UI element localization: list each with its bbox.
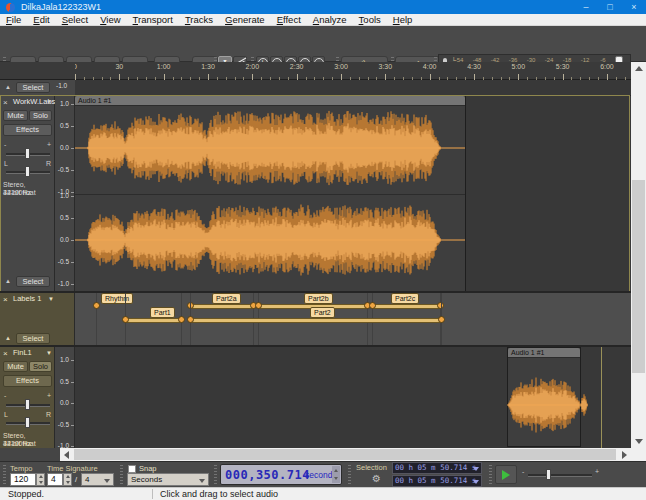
label-range-bar[interactable]	[125, 318, 181, 323]
minimize-button[interactable]: –	[574, 0, 598, 14]
labels-collapse-icon[interactable]: ▲	[5, 335, 11, 341]
menu-tools[interactable]: Tools	[353, 14, 387, 26]
label-text[interactable]: Part2	[310, 307, 335, 318]
timeline-tick-label: 4:30	[460, 63, 488, 70]
label-range-bar[interactable]	[190, 304, 253, 309]
snap-checkbox[interactable]	[128, 465, 136, 473]
label-text[interactable]: Rhythm	[101, 293, 133, 304]
selection-start-field[interactable]: 00 h 05 m 50.714 s	[392, 462, 482, 474]
labels-menu-icon[interactable]: ▼	[48, 296, 54, 302]
app-icon	[6, 3, 15, 12]
close-button[interactable]: ×	[622, 0, 646, 14]
scroll-down-button[interactable]	[631, 435, 646, 448]
scroll-right-button[interactable]	[618, 448, 631, 461]
time-signature-spinner[interactable]	[63, 473, 72, 486]
menu-view[interactable]: View	[94, 14, 126, 26]
snap-toolbar-grip[interactable]	[120, 465, 123, 485]
label-text[interactable]: Part2c	[391, 293, 419, 304]
track1-vertical-scale[interactable]	[55, 96, 75, 291]
menu-analyze[interactable]: Analyze	[307, 14, 353, 26]
track3-menu-icon[interactable]: ▼	[46, 350, 52, 356]
partial-track-select-button[interactable]: Select	[16, 82, 50, 93]
track1-solo-button[interactable]: Solo	[29, 110, 52, 121]
track3-gain-thumb[interactable]	[25, 399, 30, 410]
label-handle[interactable]	[122, 316, 129, 323]
labels-track-panel: × Labels 1 ▼ ▲ Select	[0, 293, 75, 345]
audio-position-value[interactable]: 000,350.714	[225, 468, 310, 482]
labels-close-icon[interactable]: ×	[3, 295, 8, 304]
vertical-scrollbar[interactable]	[631, 62, 646, 448]
label-handle[interactable]	[255, 302, 262, 309]
timeline-ruler[interactable]: 0301:001:302:002:303:003:304:004:305:005…	[0, 62, 631, 80]
label-handle[interactable]	[93, 302, 100, 309]
time-display-grip[interactable]	[214, 465, 217, 485]
play-speed-thumb[interactable]	[546, 469, 551, 480]
play-speed-slider[interactable]	[528, 474, 592, 477]
track1-mute-button[interactable]: Mute	[3, 110, 28, 121]
time-signature-upper-input[interactable]: 4	[47, 473, 63, 486]
label-text[interactable]: Part2a	[212, 293, 241, 304]
play-at-speed-icon	[502, 470, 510, 480]
menu-help[interactable]: Help	[387, 14, 419, 26]
track1-content[interactable]: Audio 1 #1	[75, 96, 631, 291]
timeline-tick-label: 2:30	[283, 63, 311, 70]
play-speed-grip[interactable]	[489, 465, 492, 485]
collapse-track-icon[interactable]: ▲	[5, 84, 11, 90]
label-range-bar[interactable]	[190, 318, 441, 323]
labels-track-content[interactable]: RhythmPart1Part2aPart2bPart2cPart2	[75, 293, 631, 345]
vertical-scroll-thumb[interactable]	[632, 180, 645, 373]
track1-select-button[interactable]: Select	[16, 276, 50, 287]
label-handle[interactable]	[369, 302, 376, 309]
labels-track-name[interactable]: Labels 1	[13, 295, 41, 303]
track3-vertical-scale[interactable]	[55, 347, 75, 448]
label-handle[interactable]	[438, 316, 445, 323]
selection-toolbar-grip[interactable]	[348, 465, 351, 485]
menu-edit[interactable]: Edit	[27, 14, 55, 26]
play-at-speed-button[interactable]	[495, 465, 517, 484]
dropdown-icon	[104, 479, 110, 483]
track1-effects-button[interactable]: Effects	[3, 124, 52, 136]
label-text[interactable]: Part2b	[304, 293, 333, 304]
track3-name[interactable]: FinL1	[13, 349, 32, 357]
track3-content[interactable]: Audio 1 #1	[75, 347, 631, 448]
track1-collapse-icon[interactable]: ▲	[5, 278, 11, 284]
playback-cursor	[601, 347, 602, 448]
selection-settings-gear-icon[interactable]: ⚙	[372, 473, 381, 484]
menu-transport[interactable]: Transport	[127, 14, 179, 26]
label-text[interactable]: Part1	[150, 307, 175, 318]
labels-select-button[interactable]: Select	[16, 333, 50, 344]
tempo-input[interactable]: 120	[10, 473, 36, 486]
track1-menu-icon[interactable]: ▼	[46, 99, 52, 105]
maximize-button[interactable]: □	[598, 0, 622, 14]
track3-pan-thumb[interactable]	[25, 417, 30, 428]
menu-generate[interactable]: Generate	[219, 14, 271, 26]
time-toolbar-grip[interactable]	[3, 465, 6, 485]
menu-file[interactable]: File	[0, 14, 27, 26]
audio-position-display[interactable]: 000,350.714 seconds	[220, 464, 342, 485]
snap-mode-select[interactable]: Seconds	[127, 473, 209, 486]
menu-tracks[interactable]: Tracks	[179, 14, 219, 26]
selection-end-field[interactable]: 00 h 05 m 50.714 s	[392, 475, 482, 487]
label-range-bar[interactable]	[372, 304, 440, 309]
horizontal-scroll-thumb[interactable]	[74, 449, 616, 460]
track1-pan-thumb[interactable]	[25, 166, 30, 177]
label-handle[interactable]	[178, 316, 185, 323]
horizontal-scrollbar[interactable]	[60, 448, 631, 461]
partial-track-content[interactable]	[75, 80, 631, 95]
track1-close-icon[interactable]: ×	[3, 98, 8, 107]
track3-solo-button[interactable]: Solo	[29, 361, 52, 372]
title-bar[interactable]: DilkaJala122323W1 – □ ×	[0, 0, 646, 14]
menu-effect[interactable]: Effect	[271, 14, 307, 26]
menu-select[interactable]: Select	[56, 14, 94, 26]
track3-effects-button[interactable]: Effects	[3, 375, 52, 387]
track3-close-icon[interactable]: ×	[3, 349, 8, 358]
time-format-spinner[interactable]	[332, 466, 340, 483]
track1-gain-thumb[interactable]	[25, 148, 30, 159]
scroll-up-button[interactable]	[631, 62, 646, 75]
scroll-left-button[interactable]	[60, 448, 73, 461]
time-signature-lower-select[interactable]: 4	[81, 473, 114, 486]
status-bar: Stopped. Click and drag to select audio	[0, 487, 646, 500]
track3-mute-button[interactable]: Mute	[3, 361, 28, 372]
tempo-spinner[interactable]	[36, 473, 45, 486]
label-handle[interactable]	[187, 316, 194, 323]
